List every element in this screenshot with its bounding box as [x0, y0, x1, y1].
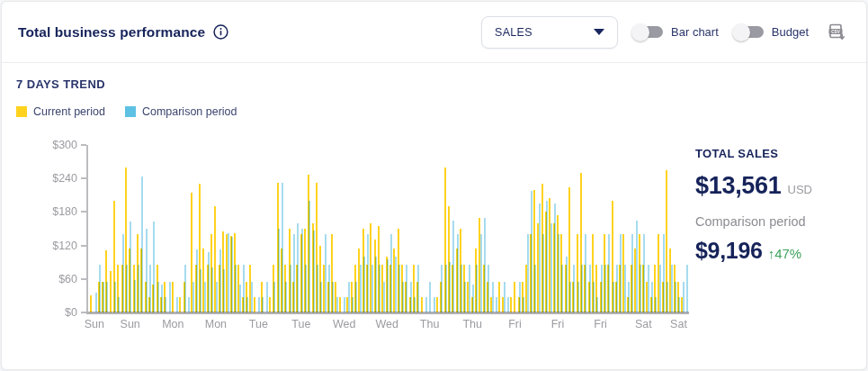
delta-percent: ↑47% — [768, 246, 802, 261]
x-tick-label: Thu — [420, 318, 440, 330]
bar-comparison — [577, 282, 579, 312]
bar-comparison — [686, 265, 688, 312]
bar-comparison — [95, 293, 97, 312]
bar-comparison — [106, 282, 108, 312]
bar-comparison — [282, 183, 283, 312]
bar-comparison — [604, 265, 606, 312]
bar-comparison — [480, 234, 482, 312]
bar-comparison — [558, 234, 559, 312]
comparison-value: $9,196 — [695, 238, 763, 264]
bar-comparison — [146, 229, 148, 312]
bar-comparison — [643, 234, 645, 312]
toggle-track[interactable] — [735, 26, 764, 38]
performance-widget: Total business performance SALES Bar cha… — [1, 1, 867, 370]
x-tick-label: Sat — [670, 318, 687, 330]
bar-comparison — [469, 265, 470, 312]
comparison-period-label: Comparison period — [695, 214, 850, 229]
bar-comparison — [425, 297, 427, 312]
bar-current — [436, 297, 438, 312]
bar-comparison — [527, 234, 529, 312]
bar-comparison — [624, 265, 626, 312]
bar-comparison — [379, 265, 380, 312]
bar-comparison — [671, 265, 673, 312]
bar-comparison — [246, 297, 248, 312]
bar-comparison — [336, 297, 338, 312]
widget-body: 7 DAYS TREND Current period Comparison p… — [2, 63, 866, 369]
bar-comparison — [211, 267, 213, 312]
bar-comparison — [561, 265, 563, 312]
budget-toggle[interactable]: Budget — [735, 25, 809, 39]
x-axis: SunSunMonMonTueTueWedWedThuThuFriFriFriS… — [86, 318, 685, 338]
bar-comparison — [297, 223, 299, 312]
toggle-track[interactable] — [634, 26, 663, 38]
bar-comparison — [461, 265, 462, 312]
x-tick-label: Sat — [635, 318, 652, 330]
bar-comparison — [134, 280, 136, 312]
bar-comparison — [301, 229, 303, 312]
toggle-knob[interactable] — [631, 23, 649, 41]
bar-comparison — [596, 297, 598, 312]
bar-comparison — [457, 234, 459, 312]
bar-comparison — [235, 265, 237, 312]
bar-comparison — [184, 265, 186, 312]
metric-select[interactable]: SALES — [481, 16, 618, 49]
trend-chart: $300$240$180$120$60$0 SunSunMonMonTueTue… — [40, 145, 685, 360]
bar-chart-toggle[interactable]: Bar chart — [634, 25, 719, 39]
bar-comparison — [305, 265, 307, 312]
toggle-knob[interactable] — [732, 23, 750, 41]
bar-comparison — [258, 297, 260, 312]
bar-comparison — [613, 282, 614, 312]
bar-current — [339, 297, 341, 312]
bar-comparison — [429, 282, 431, 312]
bar-comparison — [464, 282, 466, 312]
bar-comparison — [655, 297, 657, 312]
bar-comparison — [332, 282, 334, 312]
bar-comparison — [216, 282, 218, 312]
legend-current-period: Current period — [16, 105, 105, 118]
bar-comparison — [616, 265, 618, 312]
bar-comparison — [417, 265, 419, 312]
bar-current — [498, 282, 500, 312]
bar-comparison — [573, 265, 575, 312]
bar-current — [421, 297, 423, 312]
bar-comparison — [631, 234, 633, 312]
bar-comparison — [398, 265, 400, 312]
bar-comparison — [231, 237, 233, 312]
info-icon[interactable] — [213, 24, 228, 40]
bar-comparison — [313, 231, 315, 312]
bar-comparison — [309, 201, 310, 312]
widget-header: Total business performance SALES Bar cha… — [2, 2, 866, 63]
current-period-swatch — [16, 106, 27, 117]
bar-comparison — [683, 282, 685, 312]
x-tick-label: Tue — [249, 318, 268, 330]
header-controls: SALES Bar chart Budget CSV — [481, 16, 848, 49]
chevron-down-icon — [594, 29, 604, 35]
bar-comparison — [348, 282, 350, 312]
chart-row: $300$240$180$120$60$0 SunSunMonMonTueTue… — [16, 145, 850, 360]
bar-comparison — [208, 252, 210, 312]
bar-comparison — [601, 265, 603, 312]
bar-comparison — [114, 282, 116, 312]
bar-comparison — [445, 265, 447, 312]
bar-comparison — [648, 265, 649, 312]
bar-comparison — [188, 297, 190, 312]
bar-comparison — [363, 257, 365, 312]
bar-comparison — [542, 234, 544, 312]
bar-comparison — [663, 234, 665, 312]
bar-comparison — [554, 204, 556, 312]
y-tick-label: $0 — [65, 306, 77, 319]
bar-comparison — [176, 297, 178, 312]
bar-comparison — [200, 269, 201, 312]
bar-comparison — [434, 297, 435, 312]
bar-comparison — [620, 234, 622, 312]
bar-comparison — [278, 229, 280, 312]
bar-comparison — [344, 297, 345, 312]
bar-comparison — [519, 282, 521, 312]
csv-download-button[interactable]: CSV — [825, 21, 848, 44]
plot-wrap: SunSunMonMonTueTueWedWedThuThuFriFriFriS… — [86, 145, 685, 360]
bar-comparison — [375, 257, 377, 312]
bar-comparison — [550, 223, 552, 312]
bar-comparison — [476, 265, 478, 312]
bar-comparison — [383, 282, 385, 312]
bar-comparison — [192, 282, 194, 312]
